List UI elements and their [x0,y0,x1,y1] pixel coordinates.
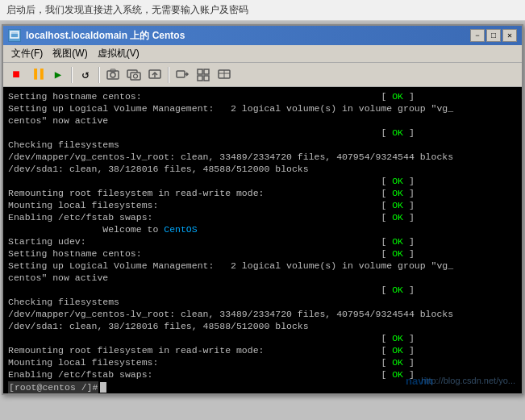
svg-rect-10 [177,71,185,77]
terminal-line: Mounting local filesystems: [ OK ] [8,199,517,211]
terminal-line: Starting udev: [ OK ] [8,235,517,247]
terminal-line: /dev/sda1: clean, 38/128016 files, 48588… [8,163,517,175]
toolbar-sep-3 [168,67,169,83]
menu-view[interactable]: 视图(W) [48,45,92,62]
send-button[interactable] [173,66,192,84]
terminal-line: Setting up Logical Volume Management: 2 … [8,260,517,272]
remount-line: Remounting root filesystem in read-write… [8,344,517,356]
terminal-line: Setting up Logical Volume Management: 2 … [8,102,517,114]
terminal-line: Setting hostname centos: [ OK ] [8,90,517,102]
titlebar-left: localhost.localdomain 上的 Centos [8,29,185,43]
svg-point-3 [110,73,115,77]
restore-button[interactable]: □ [486,29,501,42]
svg-rect-0 [10,31,19,38]
toolbar-sep-1 [71,67,73,83]
terminal-line: /dev/mapper/vg_centos-lv_root: clean, 33… [8,151,517,163]
terminal-line: centos" now active [8,272,517,284]
svg-rect-6 [131,73,140,80]
svg-rect-14 [204,76,209,81]
menu-vm[interactable]: 虚拟机(V) [93,45,144,62]
toolbar: ■ ▐▐ ▶ ↺ [3,63,522,87]
terminal-line: [ OK ] [8,284,517,296]
navin-watermark: navin [406,375,433,387]
titlebar-controls: － □ ✕ [470,29,517,42]
titlebar: localhost.localdomain 上的 Centos － □ ✕ [3,26,522,45]
top-info-text: 启动后，我们发现直接进入系统，无需要输入账户及密码 [6,4,248,15]
terminal-line: [ OK ] [8,175,517,187]
terminal-line: centos" now active [8,114,517,127]
terminal-area[interactable]: Setting hostname centos: [ OK ] Setting … [3,87,522,393]
terminal-line: Enabling /etc/fstab swaps: [ OK ] [8,211,517,223]
watermark-text: http://blog.csdn.net/yo... [421,375,515,387]
view-button-2[interactable] [215,66,234,84]
close-button[interactable]: ✕ [502,29,517,42]
terminal-line: Mounting local filesystems: [ OK ] [8,356,517,368]
pause-button[interactable]: ▐▐ [27,66,47,84]
top-info-bar: 启动后，我们发现直接进入系统，无需要输入账户及密码 [0,0,525,21]
view-button-1[interactable] [194,66,213,84]
menubar: 文件(F) 视图(W) 虚拟机(V) [3,45,522,63]
svg-rect-12 [204,69,209,74]
terminal-line: Setting hostname centos: [ OK ] [8,247,517,260]
minimize-button[interactable]: － [470,29,485,42]
terminal-line: Remounting root filesystem in read-write… [8,187,517,199]
terminal-line: [ OK ] [8,332,517,344]
window-title: localhost.localdomain 上的 Centos [26,29,185,43]
cursor [100,382,106,393]
terminal-line: /dev/mapper/vg_centos-lv_root: clean, 33… [8,308,517,320]
menu-file[interactable]: 文件(F) [6,45,48,62]
reset-button[interactable]: ↺ [76,66,95,84]
play-button[interactable]: ▶ [48,66,68,84]
toolbar-sep-2 [98,67,100,83]
snapshot-button-2[interactable] [124,66,144,84]
terminal-line: [ OK ] [8,127,517,139]
prompt-text: [root@centos /]# [8,381,98,393]
vm-window: localhost.localdomain 上的 Centos － □ ✕ 文件… [2,24,523,395]
svg-rect-13 [198,76,202,81]
svg-rect-11 [198,69,202,74]
snapshot-button-1[interactable] [103,66,123,84]
terminal-line: Welcome to CentOS [8,223,517,235]
vm-icon [8,29,21,42]
snapshot-button-3[interactable] [145,66,165,84]
stop-button[interactable]: ■ [6,66,26,84]
terminal-line: Checking filesystems [8,139,517,151]
terminal-line: /dev/sda1: clean, 38/128016 files, 48588… [8,320,517,332]
terminal-line: Checking filesystems [8,296,517,308]
